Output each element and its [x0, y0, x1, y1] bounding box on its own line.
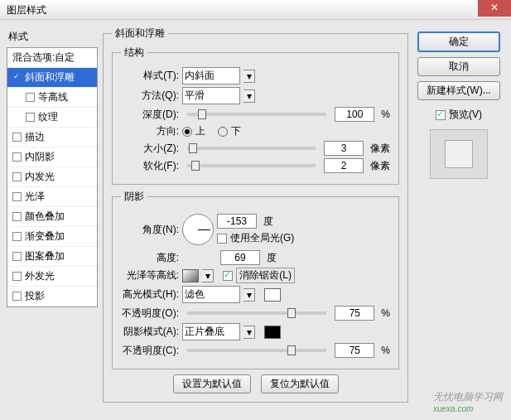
shadow-opacity-slider[interactable] [187, 349, 326, 352]
global-light-checkbox[interactable] [217, 234, 227, 244]
angle-label: 角度(N): [121, 223, 179, 237]
shadow-mode-select[interactable]: 正片叠底 [182, 323, 240, 340]
make-default-button[interactable]: 设置为默认值 [173, 374, 251, 393]
window-title: 图层样式 [7, 4, 46, 16]
chevron-down-icon[interactable]: ▾ [243, 326, 255, 339]
soften-slider[interactable] [187, 164, 316, 167]
list-item-coloroverlay[interactable]: 颜色叠加 [7, 207, 97, 227]
checkbox-icon[interactable] [12, 172, 22, 181]
checkbox-icon[interactable] [12, 252, 22, 261]
altitude-label: 高度: [121, 251, 179, 265]
titlebar: 图层样式 ✕ [0, 0, 511, 20]
technique-select[interactable]: 平滑 [182, 87, 240, 104]
reset-default-button[interactable]: 复位为默认值 [261, 374, 339, 393]
list-item-stroke[interactable]: 描边 [7, 128, 97, 147]
chevron-down-icon[interactable]: ▾ [243, 89, 255, 103]
style-select[interactable]: 内斜面 [182, 67, 240, 84]
highlight-color-swatch[interactable] [264, 288, 281, 302]
shadow-mode-label: 阴影模式(A): [121, 325, 179, 339]
list-item-innerglow[interactable]: 内发光 [7, 167, 97, 187]
list-item-gradientoverlay[interactable]: 渐变叠加 [7, 227, 97, 247]
sidebar-header: 样式 [7, 27, 98, 47]
right-panel: 确定 取消 新建样式(W)... 预览(V) [413, 27, 504, 408]
chevron-down-icon[interactable]: ▾ [202, 269, 214, 282]
list-item-contour[interactable]: 等高线 [7, 88, 97, 108]
highlight-mode-label: 高光模式(H): [121, 287, 179, 302]
list-item-bevel[interactable]: 斜面和浮雕 [7, 68, 97, 88]
highlight-opacity-slider[interactable] [187, 311, 326, 315]
antialias-checkbox[interactable] [223, 271, 233, 281]
structure-fieldset: 结构 样式(T):内斜面▾ 方法(Q):平滑▾ 深度(D):100% 方向:上 … [112, 46, 399, 185]
gloss-label: 光泽等高线: [121, 268, 179, 282]
checkbox-icon[interactable] [12, 73, 22, 82]
shading-legend: 阴影 [121, 190, 147, 204]
ok-button[interactable]: 确定 [417, 31, 500, 52]
list-item-innershadow[interactable]: 内阴影 [7, 147, 97, 167]
direction-down-radio[interactable] [218, 127, 228, 137]
list-item-patternoverlay[interactable]: 图案叠加 [7, 247, 97, 267]
checkbox-icon[interactable] [12, 152, 22, 162]
checkbox-icon[interactable] [26, 113, 35, 122]
list-item-outerglow[interactable]: 外发光 [7, 267, 97, 287]
direction-up-radio[interactable] [182, 127, 192, 137]
shadow-opacity-input[interactable]: 75 [335, 343, 374, 358]
chevron-down-icon[interactable]: ▾ [243, 288, 255, 302]
new-style-button[interactable]: 新建样式(W)... [417, 81, 500, 100]
shadow-color-swatch[interactable] [264, 326, 281, 339]
bevel-fieldset: 斜面和浮雕 结构 样式(T):内斜面▾ 方法(Q):平滑▾ 深度(D):100%… [103, 27, 408, 403]
styles-sidebar: 样式 混合选项:自定 斜面和浮雕 等高线 纹理 描边 内阴影 内发光 光泽 颜色… [7, 27, 98, 408]
structure-legend: 结构 [121, 46, 147, 60]
checkbox-icon[interactable] [12, 133, 22, 142]
highlight-opacity-label: 不透明度(O): [121, 307, 179, 321]
angle-wheel[interactable] [182, 214, 214, 245]
center-panel: 斜面和浮雕 结构 样式(T):内斜面▾ 方法(Q):平滑▾ 深度(D):100%… [103, 27, 408, 408]
gloss-contour-swatch[interactable] [182, 269, 199, 282]
altitude-input[interactable]: 69 [220, 250, 260, 265]
shading-fieldset: 阴影 角度(N): -153度 使用全局光(G) 高度:69度 光泽等高线:▾ … [112, 190, 399, 369]
direction-label: 方向: [121, 124, 179, 138]
list-item-texture[interactable]: 纹理 [7, 108, 97, 128]
checkbox-icon[interactable] [12, 272, 22, 281]
styles-list: 混合选项:自定 斜面和浮雕 等高线 纹理 描边 内阴影 内发光 光泽 颜色叠加 … [7, 47, 98, 307]
size-slider[interactable] [187, 147, 316, 150]
list-item-blend[interactable]: 混合选项:自定 [7, 48, 97, 68]
depth-input[interactable]: 100 [335, 107, 374, 122]
soften-label: 软化(F): [121, 159, 179, 173]
checkbox-icon[interactable] [12, 232, 22, 241]
shadow-opacity-label: 不透明度(C): [121, 344, 179, 358]
checkbox-icon[interactable] [26, 93, 35, 102]
size-input[interactable]: 3 [324, 141, 364, 156]
list-item-dropshadow[interactable]: 投影 [7, 287, 97, 307]
checkbox-icon[interactable] [12, 212, 22, 221]
technique-label: 方法(Q): [121, 89, 179, 103]
close-icon[interactable]: ✕ [478, 0, 511, 17]
watermark: 无忧电脑学习网 xuexa.com [433, 390, 503, 413]
chevron-down-icon[interactable]: ▾ [243, 70, 255, 83]
checkbox-icon[interactable] [12, 292, 22, 301]
depth-slider[interactable] [187, 113, 326, 116]
soften-input[interactable]: 2 [324, 158, 364, 173]
size-label: 大小(Z): [121, 142, 179, 156]
highlight-opacity-input[interactable]: 75 [335, 306, 374, 321]
angle-input[interactable]: -153 [217, 214, 257, 229]
depth-label: 深度(D): [121, 108, 179, 122]
style-label: 样式(T): [121, 69, 179, 83]
checkbox-icon[interactable] [12, 192, 22, 201]
preview-swatch [430, 129, 488, 179]
bevel-legend: 斜面和浮雕 [112, 27, 168, 41]
cancel-button[interactable]: 取消 [417, 57, 500, 76]
highlight-mode-select[interactable]: 滤色 [182, 286, 240, 303]
preview-checkbox[interactable] [436, 110, 446, 120]
list-item-satin[interactable]: 光泽 [7, 187, 97, 207]
